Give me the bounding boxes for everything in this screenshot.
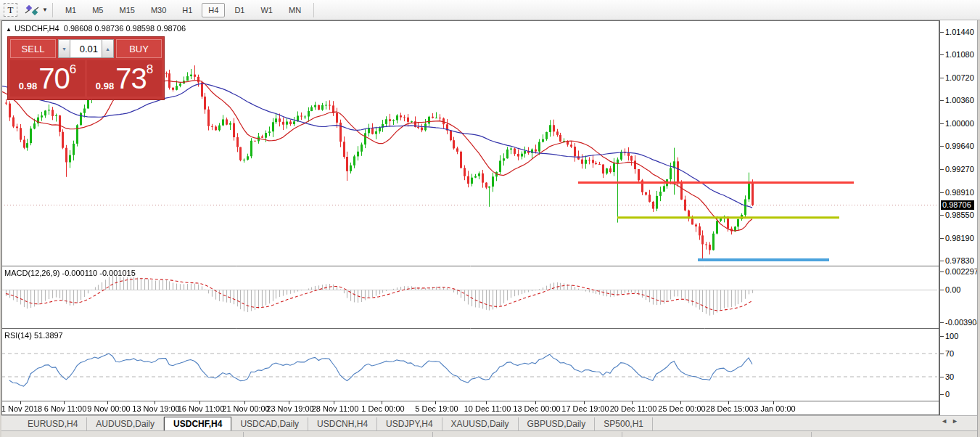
rsi-axis-label: 30 [945, 372, 954, 381]
buy-button[interactable]: BUY [116, 39, 162, 58]
dropdown-caret-icon[interactable]: ▼ [42, 7, 48, 13]
objects-tool-button[interactable]: ▼ [24, 4, 48, 16]
macd-name: MACD(12,26,9) [4, 269, 59, 277]
status-bar [1, 430, 977, 437]
rsi-axis-label: 70 [945, 349, 954, 358]
time-axis-label: 1 Dec 00:00 [361, 404, 404, 413]
timeframe-button-h4[interactable]: H4 [202, 3, 225, 17]
time-axis-label: 9 Nov 00:00 [87, 404, 130, 413]
buy-price-big-digits: 73 [115, 63, 147, 94]
current-price-tag: 0.98706 [941, 200, 974, 210]
buy-price-display[interactable]: 0.98 73 8 [87, 60, 162, 97]
macd-axis-label: -0.003904 [945, 318, 980, 327]
window-right-edge [977, 20, 980, 437]
rsi-axis-label: 100 [945, 332, 958, 340]
volume-increase-button[interactable]: ▲ [102, 39, 114, 58]
buy-price-prefix: 0.98 [96, 81, 114, 91]
timeframe-button-m1[interactable]: M1 [59, 3, 83, 17]
arrows-diamonds-icon [24, 4, 40, 16]
chart-tab-gbpusd[interactable]: GBPUSD,Daily [519, 417, 596, 430]
sell-price-pip-digit: 6 [70, 62, 76, 77]
chart-tab-xauusd[interactable]: XAUUSD,Daily [442, 417, 519, 430]
toolbar: T ▼ M1M5M15M30H1H4D1W1MN [0, 0, 980, 20]
chart-tab-usdchf[interactable]: USDCHF,H4 [164, 417, 231, 430]
rsi-indicator-label: RSI(14) 51.3897 [4, 331, 63, 340]
timeframe-button-w1[interactable]: W1 [254, 3, 279, 17]
timeframe-group: M1M5M15M30H1H4D1W1MN [57, 3, 309, 17]
rsi-axis-label: 0 [945, 390, 950, 399]
price-axis[interactable]: 1.014401.010801.007201.003601.000000.996… [939, 20, 977, 415]
time-axis-label: 28 Dec 15:00 [706, 404, 753, 413]
chart-tab-audusd[interactable]: AUDUSD,Daily [87, 417, 164, 430]
timeframe-button-m5[interactable]: M5 [86, 3, 110, 17]
sell-price-display[interactable]: 0.98 70 6 [10, 60, 85, 97]
timeframe-button-m30[interactable]: M30 [144, 3, 173, 17]
rsi-value: 51.3897 [34, 331, 63, 340]
close-value: 0.98706 [157, 24, 186, 33]
one-click-trading-panel: SELL ▼ ▲ BUY 0.98 70 6 0.98 73 8 [7, 36, 165, 100]
time-axis[interactable]: 1 Nov 20186 Nov 11:009 Nov 00:0013 Nov 1… [1, 401, 939, 415]
time-axis-label: 17 Dec 19:00 [561, 404, 609, 413]
status-separator [432, 432, 433, 437]
time-axis-label: 21 Nov 00:00 [222, 404, 269, 413]
time-axis-label: 5 Dec 19:00 [415, 404, 458, 413]
timeframe-button-mn[interactable]: MN [282, 3, 308, 17]
chart-tab-bar: EURUSD,H4AUDUSD,DailyUSDCHF,H4USDCAD,Dai… [1, 415, 977, 430]
status-separator [243, 432, 244, 437]
tab-scroll-arrows[interactable]: ◄► [941, 417, 963, 425]
chart-tab-usdjpy[interactable]: USDJPY,H4 [377, 417, 442, 430]
collapse-triangle-icon[interactable]: ▲ [6, 26, 12, 33]
chart-tab-sp500[interactable]: SP500,H1 [595, 417, 653, 430]
status-separator [811, 432, 812, 437]
sell-price-prefix: 0.98 [19, 81, 37, 91]
time-axis-label: 10 Dec 11:00 [464, 404, 511, 413]
open-value: 0.98608 [64, 24, 93, 33]
trading-terminal-window: T ▼ M1M5M15M30H1H4D1W1MN ▲USDCHF,H4 0.98… [0, 0, 980, 437]
time-axis-label: 13 Nov 19:00 [132, 404, 179, 413]
text-tool-button[interactable]: T [4, 3, 17, 17]
tab-scroll-left-icon[interactable]: ◄ [941, 417, 952, 425]
buy-price-pip-digit: 8 [147, 62, 153, 77]
symbol-label: USDCHF,H4 [15, 24, 59, 33]
price-axis-label: 1.00720 [945, 73, 974, 82]
toolbar-separator [52, 3, 53, 17]
chart-tab-usdcad[interactable]: USDCAD,Daily [231, 417, 308, 430]
price-axis-label: 0.99640 [945, 142, 974, 150]
price-axis-label: 1.00000 [945, 119, 974, 128]
timeframe-button-h1[interactable]: H1 [176, 3, 199, 17]
window-left-edge [0, 20, 1, 437]
timeframe-button-m15[interactable]: M15 [112, 3, 141, 17]
price-axis-label: 0.98910 [945, 188, 974, 197]
rsi-name: RSI(14) [4, 331, 32, 340]
sell-button[interactable]: SELL [10, 39, 56, 58]
tab-scroll-right-icon[interactable]: ► [952, 417, 963, 425]
chart-tab-usdcnh[interactable]: USDCNH,H4 [308, 417, 377, 430]
macd-axis-label: 0.00 [945, 285, 960, 294]
time-axis-label: 1 Nov 2018 [1, 404, 42, 413]
low-value: 0.98598 [125, 24, 155, 33]
price-axis-label: 1.01080 [945, 50, 974, 59]
macd-indicator-label: MACD(12,26,9) -0.000110 -0.001015 [4, 269, 136, 277]
price-axis-label: 1.01440 [945, 28, 974, 36]
chart-tab-eurusd[interactable]: EURUSD,H4 [19, 417, 87, 430]
time-axis-label: 6 Nov 11:00 [44, 404, 87, 413]
time-axis-label: 3 Jan 00:00 [754, 404, 796, 413]
volume-input[interactable] [70, 39, 102, 58]
sell-price-big-digits: 70 [38, 63, 70, 94]
time-axis-label: 28 Nov 11:00 [312, 404, 359, 413]
macd-axis-label: 0.002297 [945, 267, 979, 276]
price-axis-label: 0.99270 [945, 165, 974, 173]
volume-stepper: ▼ ▲ [58, 39, 114, 58]
chart-ohlc-title: ▲USDCHF,H4 0.98608 0.98736 0.98598 0.987… [6, 24, 186, 33]
time-axis-label: 20 Dec 11:00 [610, 404, 657, 413]
toolbar-separator [313, 3, 314, 17]
high-value: 0.98736 [95, 24, 124, 33]
time-axis-label: 23 Nov 19:00 [266, 404, 313, 413]
timeframe-button-d1[interactable]: D1 [228, 3, 251, 17]
volume-decrease-button[interactable]: ▼ [58, 39, 70, 58]
status-separator [622, 432, 622, 437]
macd-value: -0.000110 [62, 269, 97, 277]
time-axis-label: 25 Dec 00:00 [658, 404, 705, 413]
price-axis-label: 0.97830 [945, 256, 974, 265]
macd-signal-value: -0.001015 [99, 269, 136, 277]
